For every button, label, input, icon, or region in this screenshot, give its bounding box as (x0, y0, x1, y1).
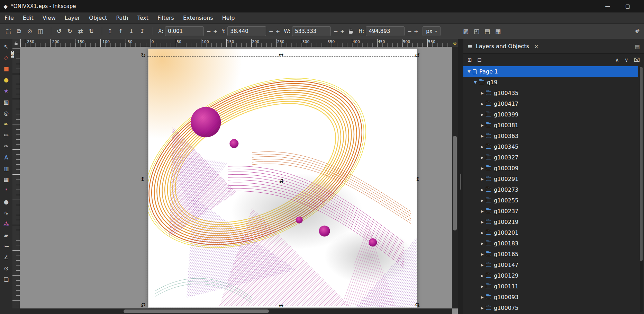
lower-button[interactable]: ↓ (126, 26, 137, 37)
chevron-right-icon[interactable]: ▶ (479, 199, 485, 202)
connector-tool[interactable]: ⊶ (0, 241, 12, 252)
tree-row-group[interactable]: ▶ g100219 (463, 217, 638, 227)
raise-button[interactable]: ↑ (115, 26, 126, 37)
chevron-right-icon[interactable]: ▶ (479, 231, 485, 235)
chevron-right-icon[interactable]: ▶ (479, 209, 485, 213)
w-input[interactable]: 533.333 (292, 26, 331, 36)
h-input[interactable]: 494.893 (366, 26, 405, 36)
chevron-right-icon[interactable]: ▶ (479, 263, 485, 267)
tree-row-group[interactable]: ▶ g100183 (463, 238, 638, 249)
close-panel-button[interactable]: × (534, 43, 539, 50)
pencil-tool[interactable]: ✏ (0, 130, 12, 141)
flip-vertical-button[interactable]: ⇅ (86, 26, 97, 37)
menu-item[interactable]: View (38, 12, 60, 23)
eraser-tool[interactable]: ▰ (0, 229, 12, 241)
panel-scrollbar[interactable] (640, 67, 643, 312)
tweak-tool[interactable]: ∿ (0, 207, 12, 218)
rotate-handle-top-left[interactable]: ↻ (141, 53, 146, 59)
vertical-scrollbar-thumb[interactable] (453, 136, 457, 230)
add-layer-button[interactable]: ⊞ (468, 57, 472, 63)
maximize-button[interactable]: ▢ (618, 0, 638, 12)
chevron-right-icon[interactable]: ▶ (479, 285, 485, 288)
tree-row-group[interactable]: ▶ g100381 (463, 120, 638, 131)
ellipse-tool[interactable]: ● (0, 74, 12, 85)
tree-row-group[interactable]: ▶ g100255 (463, 195, 638, 206)
move-patterns-toggle[interactable]: ▦ (493, 26, 504, 37)
rotate-handle-bottom-right[interactable]: ↻ (415, 302, 420, 307)
y-minus-button[interactable]: − (267, 28, 274, 35)
scale-handle-right[interactable]: ↕ (415, 176, 420, 182)
move-up-button[interactable]: ∧ (615, 57, 619, 63)
rotate-ccw-button[interactable]: ↺ (54, 26, 64, 37)
tree-row-group[interactable]: ▶ g100075 (463, 303, 638, 313)
gradient-tool[interactable]: ▥ (0, 163, 12, 174)
calligraphy-tool[interactable]: ✑ (0, 141, 12, 152)
y-input[interactable]: 38.440 (227, 26, 266, 36)
chevron-right-icon[interactable]: ▶ (479, 220, 485, 224)
chevron-right-icon[interactable]: ▶ (479, 102, 485, 106)
tree-row-group[interactable]: ▶ g100237 (463, 206, 638, 217)
tree-row-g19[interactable]: ▼ g19 (463, 77, 638, 88)
chevron-right-icon[interactable]: ▶ (479, 123, 485, 127)
chevron-right-icon[interactable]: ▶ (479, 177, 485, 181)
splitter-grip[interactable] (460, 174, 461, 190)
menu-item[interactable]: Help (218, 12, 239, 23)
chevron-right-icon[interactable]: ▶ (479, 134, 485, 138)
chevron-right-icon[interactable]: ▶ (479, 242, 485, 245)
scale-stroke-toggle[interactable]: ▨ (461, 26, 471, 37)
horizontal-scrollbar[interactable] (20, 308, 452, 314)
tree-row-group[interactable]: ▶ g100363 (463, 131, 638, 141)
lower-to-bottom-button[interactable]: ↧ (137, 26, 147, 37)
w-minus-button[interactable]: − (332, 28, 339, 35)
rotate-cw-button[interactable]: ↻ (64, 26, 75, 37)
tree-row-group[interactable]: ▶ g100435 (463, 88, 638, 98)
quick-zoom-button[interactable]: ⊕ (452, 39, 458, 47)
deselect-button[interactable]: ⊘ (24, 26, 35, 37)
rectangle-tool[interactable]: ■ (0, 63, 12, 74)
menu-item[interactable]: Filters (153, 12, 179, 23)
paint-bucket-tool[interactable]: ● (0, 196, 12, 207)
chevron-right-icon[interactable]: ▶ (479, 91, 485, 95)
horizontal-ruler[interactable]: -250-200-150-100-50050100150200250300350… (20, 39, 452, 47)
scale-corners-toggle[interactable]: ◰ (471, 26, 482, 37)
scale-handle-top[interactable]: ↔ (279, 52, 283, 58)
scale-handle-bottom[interactable]: ↔ (279, 303, 283, 308)
tree-row-group[interactable]: ▶ g100417 (463, 98, 638, 109)
tree-row-group[interactable]: ▶ g100111 (463, 281, 638, 292)
menu-item[interactable]: Edit (18, 12, 38, 23)
panel-menu-icon[interactable]: ▤ (635, 43, 640, 50)
x-plus-button[interactable]: + (212, 28, 219, 35)
menu-item[interactable]: Object (84, 12, 111, 23)
h-plus-button[interactable]: + (413, 28, 419, 35)
tree-row-group[interactable]: ▶ g100273 (463, 184, 638, 195)
menu-item[interactable]: Path (111, 12, 133, 23)
unit-dropdown[interactable]: px ▾ (423, 26, 440, 36)
chevron-down-icon[interactable]: ▼ (466, 69, 472, 74)
pages-tool[interactable]: ❏ (0, 274, 12, 285)
chevron-right-icon[interactable]: ▶ (479, 188, 485, 192)
select-all-layers-button[interactable]: ⧉ (13, 26, 24, 37)
chevron-down-icon[interactable]: ▼ (472, 80, 478, 85)
chevron-right-icon[interactable]: ▶ (479, 113, 485, 116)
spray-tool[interactable]: ⁂ (0, 218, 12, 229)
snap-toggle-button[interactable]: # (632, 26, 643, 37)
menu-item[interactable]: Layer (60, 12, 85, 23)
menu-item[interactable]: Text (133, 12, 153, 23)
chevron-right-icon[interactable]: ▶ (479, 295, 485, 299)
h-minus-button[interactable]: − (406, 28, 412, 35)
tree-row-group[interactable]: ▶ g100291 (463, 174, 638, 184)
chevron-right-icon[interactable]: ▶ (479, 252, 485, 256)
move-down-button[interactable]: ∨ (625, 57, 628, 63)
tree-row-group[interactable]: ▶ g100309 (463, 163, 638, 174)
tree-row-group[interactable]: ▶ g100129 (463, 270, 638, 281)
tree-row-group[interactable]: ▶ g100201 (463, 227, 638, 238)
tree-row-group[interactable]: ▶ g100093 (463, 292, 638, 303)
x-input[interactable]: 0.001 (165, 26, 204, 36)
canvas-viewport[interactable]: ↻ ↻ ↻ ↻ ↔ ↔ ↕ ↕ ↔ ↕ (20, 47, 452, 308)
panel-scrollbar-thumb[interactable] (640, 67, 643, 261)
minimize-button[interactable]: — (598, 0, 618, 12)
lock-ratio-button[interactable] (349, 29, 353, 34)
panel-splitter[interactable] (458, 39, 463, 314)
dropper-tool[interactable]: ❜ (0, 185, 12, 196)
ruler-corner[interactable] (12, 39, 20, 47)
